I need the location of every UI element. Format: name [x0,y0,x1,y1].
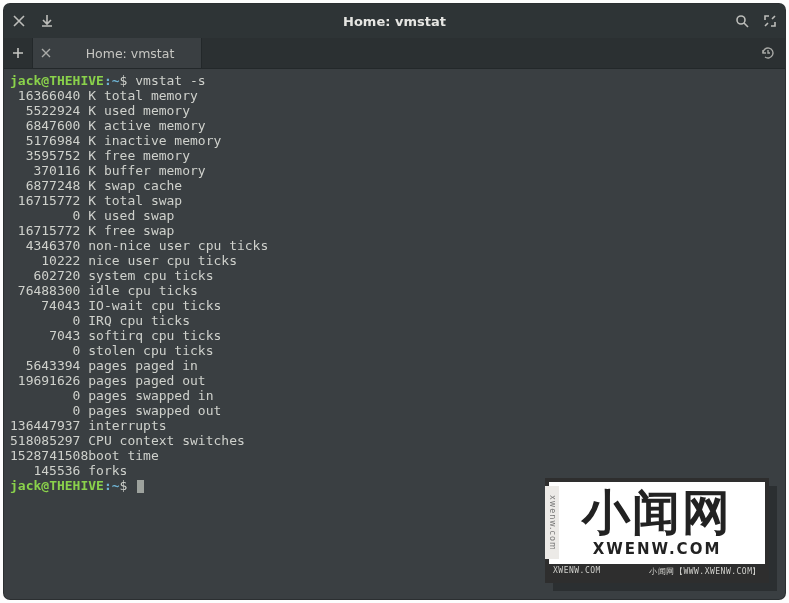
output-value: 7043 [10,328,80,343]
tab-close-icon[interactable] [41,46,51,61]
output-row: 16715772 K free swap [10,223,777,238]
output-row: 370116 K buffer memory [10,163,777,178]
output-row: 518085297 CPU context switches [10,433,777,448]
output-value: 602720 [10,268,80,283]
output-row: 10222 nice user cpu ticks [10,253,777,268]
output-label: nice user cpu ticks [80,253,237,268]
output-label: K used memory [80,103,190,118]
output-value: 74043 [10,298,80,313]
watermark-footer: XWENW.COM 小闻网【WWW.XWENW.COM】 [549,564,765,579]
output-value: 5522924 [10,103,80,118]
output-label: system cpu ticks [80,268,213,283]
output-label: K total memory [80,88,197,103]
watermark-big: 小闻网 [553,486,761,538]
output-value: 0 [10,313,80,328]
output-value: 76488300 [10,283,80,298]
output-row: 0 stolen cpu ticks [10,343,777,358]
prompt-line: jack@THEHIVE:~$ vmstat -s [10,73,777,88]
output-label: pages paged out [80,373,205,388]
tab-label: Home: vmstat [69,46,191,61]
output-value: 518085297 [10,433,80,448]
prompt-sep: : [104,73,112,88]
watermark-badge: xwenw.com 小闻网 XWENW.COM XWENW.COM 小闻网【WW… [545,478,769,583]
output-value: 0 [10,403,80,418]
output-label: K inactive memory [80,133,221,148]
close-window-icon[interactable] [12,14,26,28]
output-row: 145536 forks [10,463,777,478]
output-value: 19691626 [10,373,80,388]
output-value: 0 [10,343,80,358]
output-row: 76488300 idle cpu ticks [10,283,777,298]
output-value: 370116 [10,163,80,178]
output-label: pages swapped out [80,403,221,418]
output-row: 16715772 K total swap [10,193,777,208]
output-value: 136447937 [10,418,80,433]
output-label: idle cpu ticks [80,283,197,298]
tabbar: Home: vmstat [4,38,785,69]
output-value: 6847600 [10,118,80,133]
output-row: 602720 system cpu ticks [10,268,777,283]
watermark-sub: XWENW.COM [553,538,761,562]
window-title: Home: vmstat [54,14,735,29]
output-row: 136447937 interrupts [10,418,777,433]
output-value: 16715772 [10,223,80,238]
output-value: 4346370 [10,238,80,253]
prompt-user: jack@THEHIVE [10,73,104,88]
watermark-side: xwenw.com [545,486,559,559]
output-value: 0 [10,208,80,223]
output-value: 145536 [10,463,80,478]
terminal-output[interactable]: jack@THEHIVE:~$ vmstat -s16366040 K tota… [4,69,785,501]
new-tab-button[interactable] [4,38,33,68]
output-row: 6847600 K active memory [10,118,777,133]
output-label: IO-wait cpu ticks [80,298,221,313]
output-row: 1528741508 boot time [10,448,777,463]
output-row: 0 K used swap [10,208,777,223]
prompt-path: ~ [112,73,120,88]
output-row: 0 pages swapped in [10,388,777,403]
prompt-command: vmstat -s [135,73,205,88]
output-value: 16366040 [10,88,80,103]
output-row: 5522924 K used memory [10,103,777,118]
output-row: 0 pages swapped out [10,403,777,418]
output-label: CPU context switches [80,433,244,448]
output-row: 16366040 K total memory [10,88,777,103]
output-value: 3595752 [10,148,80,163]
output-label: interrupts [80,418,166,433]
cursor-block [137,480,144,493]
prompt-sigil: $ [120,73,128,88]
fullscreen-icon[interactable] [763,14,777,28]
save-output-icon[interactable] [40,14,54,28]
output-value: 10222 [10,253,80,268]
output-label: K swap cache [80,178,182,193]
output-value: 0 [10,388,80,403]
svg-point-0 [737,16,745,24]
output-value: 1528741508 [10,448,80,463]
output-label: K active memory [80,118,205,133]
output-value: 16715772 [10,193,80,208]
search-icon[interactable] [735,14,749,28]
output-label: IRQ cpu ticks [80,313,190,328]
output-label: K buffer memory [80,163,205,178]
output-label: boot time [80,448,158,463]
terminal-window: Home: vmstat Home: vmstat jack@ [4,4,785,599]
output-row: 74043 IO-wait cpu ticks [10,298,777,313]
output-label: K used swap [80,208,174,223]
output-value: 5176984 [10,133,80,148]
output-label: K total swap [80,193,182,208]
output-row: 19691626 pages paged out [10,373,777,388]
output-label: pages paged in [80,358,197,373]
output-label: stolen cpu ticks [80,343,213,358]
tab-home-vmstat[interactable]: Home: vmstat [33,38,202,68]
output-label: K free swap [80,223,174,238]
output-value: 6877248 [10,178,80,193]
output-label: K free memory [80,148,190,163]
output-row: 4346370 non-nice user cpu ticks [10,238,777,253]
output-value: 5643394 [10,358,80,373]
output-label: softirq cpu ticks [80,328,221,343]
history-icon[interactable] [751,38,785,68]
output-label: pages swapped in [80,388,213,403]
output-row: 7043 softirq cpu ticks [10,328,777,343]
output-row: 6877248 K swap cache [10,178,777,193]
output-row: 5643394 pages paged in [10,358,777,373]
output-row: 5176984 K inactive memory [10,133,777,148]
